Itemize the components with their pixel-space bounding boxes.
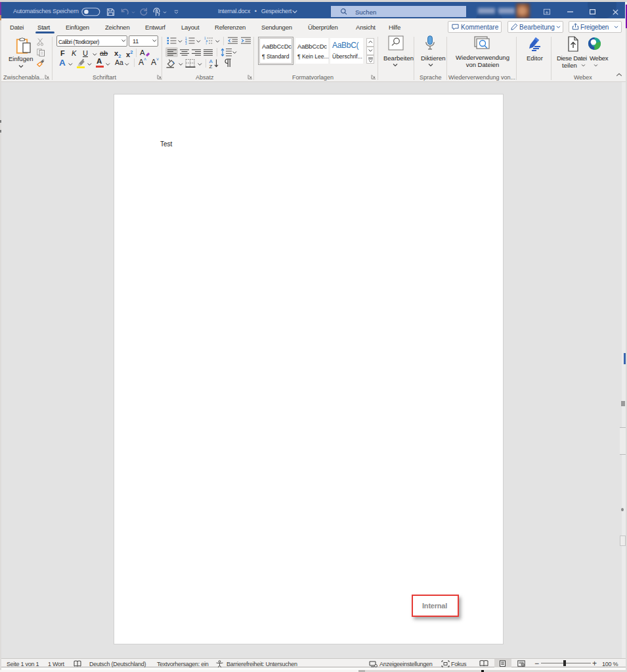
svg-text:3: 3 (185, 42, 187, 45)
svg-text:i: i (206, 42, 207, 45)
svg-text:Z: Z (209, 64, 213, 69)
